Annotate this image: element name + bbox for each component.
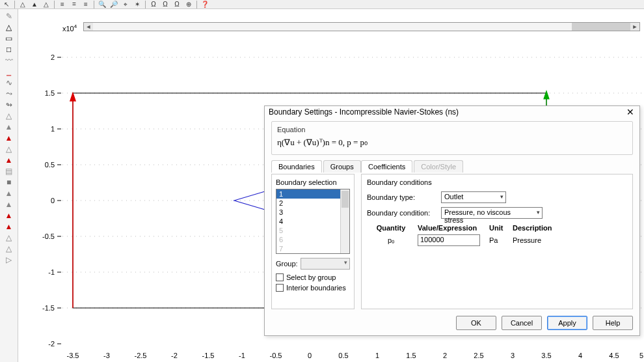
tri-red4-icon[interactable]: ▲ [2,221,16,232]
list-item[interactable]: 6 [276,235,349,244]
tri-red-icon[interactable]: ▲ [2,132,16,143]
xtick-label: 3.5 [541,352,551,359]
curve2-icon[interactable]: ↬ [2,99,16,110]
bars-icon[interactable]: ≡ [81,1,91,8]
xtick-label: -2.5 [135,352,147,359]
tab-coefficients[interactable]: Coefficients [361,160,412,173]
col-quantity: Quantity [367,223,415,233]
omega1-icon[interactable]: Ω [148,1,159,8]
list-item[interactable]: 5 [276,226,349,235]
plot-icon[interactable]: 〰 [2,55,16,66]
cancel-button[interactable]: Cancel [502,316,542,330]
ytick-label: -1 [48,268,55,276]
apply-button[interactable]: Apply [547,316,587,330]
separator [145,1,146,8]
globe-icon[interactable]: ⊕ [183,1,194,8]
list-item[interactable]: 3 [276,208,349,217]
tab-groups[interactable]: Groups [323,160,361,173]
help-icon[interactable]: ❓ [200,1,210,8]
equation-label: Equation [277,126,627,133]
zoom-in-icon[interactable]: 🔎 [109,1,119,8]
triangle-bold-icon[interactable]: ▲ [29,1,40,8]
tri-grey-icon[interactable]: △ [2,110,16,121]
tri-outline2-icon[interactable]: △ [2,232,16,243]
triangle-icon[interactable]: △ [18,1,28,8]
xtick-label: 1.5 [406,352,416,359]
solid-grey-icon[interactable]: ■ [2,176,16,188]
group-label: Group: [276,260,298,268]
tab-colorstyle[interactable]: Color/Style [414,160,463,173]
help-button[interactable]: Help [593,316,633,330]
description-cell: Pressure [510,235,627,245]
list-item[interactable]: 7 [276,244,349,253]
properties-header: Quantity Value/Expression Unit Descripti… [367,223,627,233]
boundary-listbox[interactable]: 1 2 3 4 5 6 7 [276,189,350,254]
xtick-label: 3 [511,352,515,359]
col-unit: Unit [487,223,510,233]
zoom-out-icon[interactable]: ✶ [132,1,142,8]
list-scroll-thumb[interactable] [342,191,349,208]
boundary-condition-value: Pressure, no viscous stress [444,208,511,224]
tri-line-icon[interactable]: ▲ [2,121,16,132]
boundary-type-combo[interactable]: Outlet [441,191,506,203]
cursor-icon[interactable]: ↖ [1,1,12,8]
tri-double-icon[interactable]: △ [2,243,16,254]
line-red-icon[interactable]: ⎯ [2,66,16,77]
xtick-label: -3.5 [67,352,79,359]
list-scrollbar[interactable] [340,189,349,253]
tri-small2-icon[interactable]: ▷ [2,254,16,265]
list-item[interactable]: 2 [276,199,349,208]
ok-button[interactable]: OK [456,316,496,330]
tab-boundaries[interactable]: Boundaries [271,160,322,173]
xtick-label: 4 [578,352,582,359]
equals-icon[interactable]: = [69,1,79,8]
triangle-eq-icon[interactable]: △ [41,1,51,8]
zoom-icon[interactable]: 🔍 [97,1,107,8]
separator [196,1,197,8]
ytick-label: 0.5 [45,161,55,169]
xtick-label: -1.5 [202,352,215,359]
tri-grey2-icon[interactable]: ▲ [2,188,16,199]
omega2-icon[interactable]: Ω [160,1,170,8]
ytick-label: -0.5 [42,232,55,240]
ytick-label: -1.5 [42,304,55,312]
curve-icon[interactable]: ⤳ [2,88,16,99]
close-icon[interactable]: ✕ [625,107,636,117]
tri-red2-icon[interactable]: ▲ [2,154,16,165]
xtick-label: -3 [103,352,110,359]
square-icon[interactable]: □ [2,44,16,55]
xtick-label: -2 [171,352,178,359]
boundary-type-value: Outlet [444,193,463,201]
xtick-label: 2.5 [474,352,483,359]
separator [54,1,55,8]
lines-icon[interactable]: ≡ [57,1,68,8]
mountain-icon[interactable]: ▲ [2,199,16,210]
tri-red3-icon[interactable]: ▲ [2,210,16,221]
list-item[interactable]: 4 [276,217,349,226]
ytick-label: 0 [51,197,55,204]
tri-outline-icon[interactable]: △ [2,21,16,33]
group-combo[interactable] [301,258,350,270]
dialog-title: Boundary Settings - Incompressible Navie… [269,107,459,117]
boundary-condition-combo[interactable]: Pressure, no viscous stress [441,207,543,219]
page-icon[interactable]: ▤ [2,165,16,176]
ytick-label: -2 [48,340,55,348]
value-input[interactable]: 100000 [418,234,480,246]
boundary-type-label: Boundary type: [367,193,437,201]
dialog-titlebar[interactable]: Boundary Settings - Incompressible Navie… [265,106,639,117]
bezier-icon[interactable]: ∿ [2,77,16,88]
value-text: 100000 [420,236,444,244]
rect-icon[interactable]: ▭ [2,33,16,44]
boundary-arrow-red [70,93,75,308]
list-item[interactable]: 1 [276,189,349,199]
tri-small-icon[interactable]: △ [2,143,16,154]
select-by-group-checkbox[interactable] [276,273,284,281]
col-value: Value/Expression [415,223,487,233]
boundary-condition-label: Boundary condition: [367,209,437,217]
interior-boundaries-label: Interior boundaries [286,284,346,292]
zoom-region-icon[interactable]: ⌖ [120,1,131,8]
hand-icon[interactable]: ✎ [2,10,16,21]
omega3-icon[interactable]: Ω [172,1,182,8]
col-description: Description [510,223,627,233]
interior-boundaries-checkbox[interactable] [276,284,284,292]
